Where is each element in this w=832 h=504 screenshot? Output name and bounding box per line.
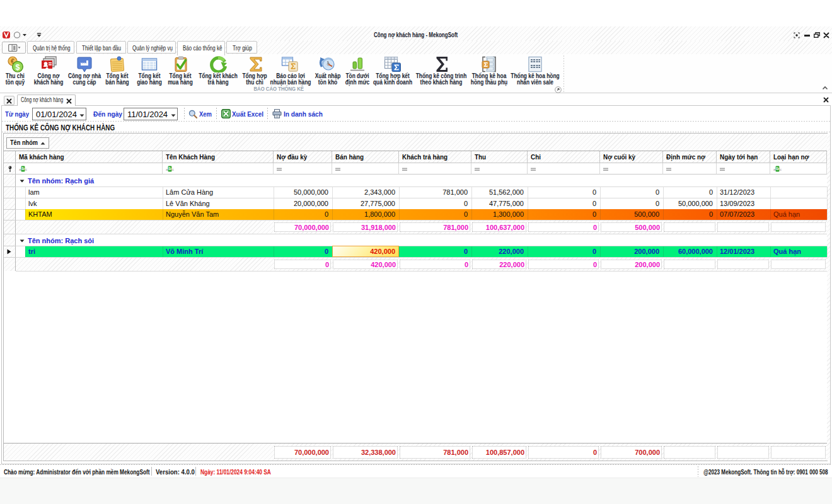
svg-text:c: c	[780, 168, 782, 171]
svg-text:b: b	[21, 166, 25, 171]
svg-text:c: c	[25, 168, 27, 171]
svg-text:c: c	[172, 168, 174, 171]
svg-text:$: $	[16, 63, 20, 72]
svg-text:b: b	[168, 166, 171, 171]
svg-text:b: b	[776, 166, 779, 171]
